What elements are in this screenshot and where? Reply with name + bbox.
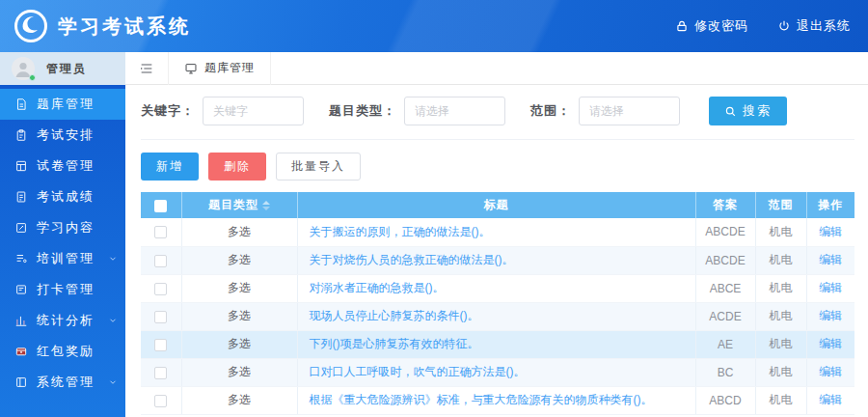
cell-answer: ABCDE	[695, 246, 755, 274]
table-row: 多选 下列()项是心肺复苏有效的特征。 AE 机电 编辑	[141, 330, 854, 358]
doc-icon	[14, 97, 28, 111]
change-password-button[interactable]: 修改密码	[675, 17, 748, 35]
row-checkbox[interactable]	[154, 395, 167, 407]
wallet-icon	[14, 345, 28, 358]
add-button[interactable]: 新增	[141, 153, 199, 181]
chevron-down-icon	[108, 252, 118, 266]
cell-scope: 机电	[755, 218, 806, 246]
table-row: 多选 口对口人工呼吸时，吹气的正确方法是()。 BC 机电 编辑	[141, 358, 854, 386]
cell-question-type: 多选	[181, 330, 297, 358]
table-row: 多选 现场人员停止心肺复苏的条件()。 ACDE 机电 编辑	[141, 302, 854, 330]
question-title-link[interactable]: 现场人员停止心肺复苏的条件()。	[310, 309, 479, 322]
main-area: 题库管理 关键字： 题目类型： 范围： 搜索 新	[125, 52, 868, 417]
sidebar-item-red-packet[interactable]: 红包奖励	[0, 336, 125, 367]
sidebar-item-learning-content[interactable]: 学习内容	[0, 212, 125, 243]
sidebar-item-exam-scores[interactable]: 考试成绩	[0, 181, 125, 212]
row-checkbox[interactable]	[154, 283, 167, 295]
sidebar-item-question-bank[interactable]: 题库管理	[0, 89, 125, 120]
cell-scope: 机电	[755, 358, 806, 386]
question-title-link[interactable]: 关于搬运的原则，正确的做法是()。	[310, 225, 491, 238]
cell-answer: BC	[695, 358, 755, 386]
edit-link[interactable]: 编辑	[819, 309, 842, 322]
cell-scope: 机电	[755, 330, 806, 358]
sidebar-collapse-button[interactable]	[139, 61, 168, 76]
column-header-type[interactable]: 题目类型	[208, 197, 258, 213]
clipboard-icon	[14, 128, 28, 142]
cell-scope: 机电	[755, 302, 806, 330]
delete-button[interactable]: 删除	[208, 153, 266, 181]
sidebar: 管理员 题库管理 考试安排 试卷管理 考试成绩 学习内容	[0, 52, 125, 417]
question-title-link[interactable]: 关于对烧伤人员的急救正确的做法是()。	[310, 253, 514, 266]
cell-answer: ACDE	[695, 302, 755, 330]
edit-link[interactable]: 编辑	[819, 281, 842, 294]
sidebar-item-label: 系统管理	[37, 374, 99, 391]
row-checkbox[interactable]	[154, 311, 167, 323]
sidebar-item-label: 学习内容	[37, 219, 118, 236]
question-title-link[interactable]: 根据《重大危险源辨识》标准，与重大危险源有关的物质种类有()。	[310, 393, 653, 406]
cell-question-type: 多选	[181, 274, 297, 302]
logout-label: 退出系统	[797, 17, 851, 35]
edit-link[interactable]: 编辑	[819, 337, 842, 350]
sidebar-item-label: 试卷管理	[37, 157, 118, 175]
chevron-down-icon	[108, 375, 118, 390]
keyword-label: 关键字：	[141, 102, 195, 120]
column-header-answer: 答案	[695, 192, 755, 218]
table-row: 多选 对溺水者正确的急救是()。 ABCE 机电 编辑	[141, 274, 854, 302]
row-checkbox[interactable]	[154, 339, 167, 351]
row-checkbox[interactable]	[154, 226, 167, 238]
select-all-checkbox[interactable]	[154, 200, 167, 212]
grid-doc-icon	[14, 159, 28, 173]
cell-answer: ABCE	[695, 274, 755, 302]
change-password-label: 修改密码	[694, 17, 748, 35]
row-checkbox[interactable]	[154, 255, 167, 267]
sidebar-item-exam-schedule[interactable]: 考试安排	[0, 120, 125, 151]
edit-link[interactable]: 编辑	[819, 225, 842, 238]
column-header-action: 操作	[806, 192, 854, 218]
logout-button[interactable]: 退出系统	[777, 17, 851, 35]
table-body: 多选 关于搬运的原则，正确的做法是()。 ABCDE 机电 编辑 多选 关于对烧…	[141, 218, 854, 414]
question-type-select[interactable]	[404, 97, 505, 125]
sidebar-item-label: 培训管理	[37, 250, 99, 267]
question-title-link[interactable]: 对溺水者正确的急救是()。	[310, 281, 445, 294]
sidebar-item-training-management[interactable]: 培训管理	[0, 243, 125, 274]
cell-question-type: 多选	[181, 218, 297, 246]
row-checkbox[interactable]	[154, 367, 167, 379]
search-button[interactable]: 搜索	[709, 97, 787, 125]
question-title-link[interactable]: 下列()项是心肺复苏有效的特征。	[310, 337, 479, 350]
list-icon	[14, 252, 28, 265]
edit-link[interactable]: 编辑	[819, 393, 842, 406]
sidebar-item-label: 考试安排	[37, 126, 118, 144]
tab-question-bank[interactable]: 题库管理	[168, 52, 271, 85]
monitor-icon	[184, 62, 198, 75]
content-panel: 关键字： 题目类型： 范围： 搜索 新增 删除 批量导入	[125, 85, 868, 415]
sidebar-item-paper-management[interactable]: 试卷管理	[0, 151, 125, 181]
cell-question-type: 多选	[181, 246, 297, 274]
sidebar-item-system-management[interactable]: 系统管理	[0, 367, 125, 398]
table-row: 多选 根据《重大危险源辨识》标准，与重大危险源有关的物质种类有()。 ABCD …	[141, 386, 854, 414]
power-icon	[777, 19, 791, 33]
cell-answer: AE	[695, 330, 755, 358]
lock-icon	[675, 19, 689, 33]
bar-chart-icon	[14, 314, 28, 327]
keyword-input[interactable]	[203, 97, 304, 125]
question-table: 题目类型 标题 答案 范围 操作 多选	[141, 192, 854, 415]
column-header-title: 标题	[297, 192, 695, 218]
scope-select[interactable]	[579, 97, 680, 125]
sidebar-item-label: 题库管理	[37, 96, 118, 113]
edit-link[interactable]: 编辑	[819, 365, 842, 378]
sidebar-item-checkin-management[interactable]: 打卡管理	[0, 274, 125, 305]
batch-import-button[interactable]: 批量导入	[276, 153, 361, 181]
edit-doc-icon	[14, 221, 28, 235]
cell-answer: ABCD	[695, 386, 755, 414]
scope-label: 范围：	[530, 102, 571, 120]
cell-scope: 机电	[755, 274, 806, 302]
cell-scope: 机电	[755, 386, 806, 414]
table-row: 多选 关于对烧伤人员的急救正确的做法是()。 ABCDE 机电 编辑	[141, 246, 854, 274]
chevron-down-icon	[108, 314, 118, 328]
tab-label: 题库管理	[204, 60, 255, 76]
sidebar-item-statistics[interactable]: 统计分析	[0, 305, 125, 336]
edit-link[interactable]: 编辑	[819, 253, 842, 266]
question-title-link[interactable]: 口对口人工呼吸时，吹气的正确方法是()。	[310, 365, 526, 378]
sort-icon[interactable]	[262, 201, 270, 210]
score-file-icon	[14, 190, 28, 204]
